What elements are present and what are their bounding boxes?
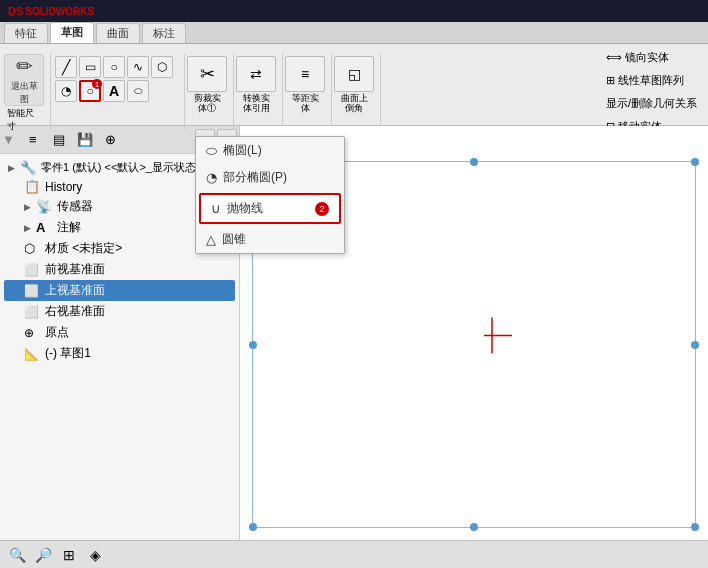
right-plane-label: 右视基准面	[45, 303, 105, 320]
tree-root-label: 零件1 (默认) <<默认>_显示状态 1>	[41, 160, 212, 175]
tree-item-right-plane[interactable]: ⬜ 右视基准面	[4, 301, 235, 322]
show-relations-button[interactable]: 显示/删除几何关系	[599, 93, 704, 114]
line-button[interactable]: ╱	[55, 56, 77, 78]
menu-item-parabola[interactable]: ∪ 抛物线 2	[199, 193, 341, 224]
annotation-label: 注解	[57, 219, 81, 236]
text-button[interactable]: A	[103, 80, 125, 102]
polygon-button[interactable]: ⬡	[151, 56, 173, 78]
target-view-button[interactable]: ⊕	[99, 129, 123, 151]
surface-button[interactable]: ◱	[334, 56, 374, 92]
trim-label: 剪裁实体①	[194, 94, 221, 114]
ellipse-dropdown-button[interactable]: ○ 1	[79, 80, 101, 102]
zoom-in-button[interactable]: 🔎	[32, 544, 54, 566]
view-orient-button[interactable]: ⊞	[58, 544, 80, 566]
menu-item-ellipse[interactable]: ⬭ 椭圆(L)	[196, 137, 344, 164]
pattern-label: 线性草图阵列	[618, 73, 684, 88]
filter-icon: ▼	[2, 132, 15, 147]
tree-item-front-plane[interactable]: ⬜ 前视基准面	[4, 259, 235, 280]
trim-button[interactable]: ✂	[187, 56, 227, 92]
arc-button[interactable]: ◔	[55, 80, 77, 102]
handle-bottom-left	[249, 523, 257, 531]
top-plane-icon: ⬜	[24, 284, 42, 298]
partial-ellipse-icon: ◔	[206, 170, 217, 185]
tree-root-icon: 🔧	[20, 160, 38, 175]
handle-bottom-center	[470, 523, 478, 531]
titlebar: DS SOLIDWORKS	[0, 0, 708, 22]
material-icon: ⬡	[24, 241, 42, 256]
zoom-to-fit-button[interactable]: 🔍	[6, 544, 28, 566]
convert-label: 转换实体引用	[243, 94, 270, 114]
origin-label: 原点	[45, 324, 69, 341]
annotation-icon: A	[36, 220, 54, 235]
offset-label: 等距实体	[292, 94, 319, 114]
ds-text: DS	[8, 5, 23, 17]
parabola-label: 抛物线	[227, 200, 263, 217]
exit-sketch-icon: ✏	[16, 54, 33, 78]
main-area: ▼ ≡ ▤ 💾 ⊕ ◀ ▶ ▶ 🔧 零件1 (默认) <<默认>_显示状态 1>…	[0, 126, 708, 540]
sketch1-label: (-) 草图1	[45, 345, 91, 362]
sensor-label: 传感器	[57, 198, 93, 215]
sensor-icon: 📡	[36, 199, 54, 214]
parabola-badge: 2	[315, 202, 329, 216]
sw-text: SOLIDWORKS	[25, 6, 94, 17]
ellipse-menu-label: 椭圆(L)	[223, 142, 262, 159]
menu-item-partial-ellipse[interactable]: ◔ 部分椭圆(P)	[196, 164, 344, 191]
tab-surface[interactable]: 曲面	[96, 23, 140, 43]
menu-item-conic[interactable]: △ 圆锥	[196, 226, 344, 253]
smart-dim-label: 智能尺寸	[7, 107, 41, 133]
tab-annotation[interactable]: 标注	[142, 23, 186, 43]
conic-label: 圆锥	[222, 231, 246, 248]
pattern-button[interactable]: ⊞ 线性草图阵列	[599, 70, 704, 91]
origin-icon: ⊕	[24, 326, 42, 340]
rect-button[interactable]: ▭	[79, 56, 101, 78]
slot-button[interactable]: ⬭	[127, 80, 149, 102]
offset-button[interactable]: ≡	[285, 56, 325, 92]
handle-top-center	[470, 158, 478, 166]
mirror-button[interactable]: ⟺ 镜向实体	[599, 47, 704, 68]
right-plane-icon: ⬜	[24, 305, 42, 319]
mirror-label: 镜向实体	[625, 50, 669, 65]
surface-label: 曲面上倒角	[341, 94, 368, 114]
material-label: 材质 <未指定>	[45, 240, 122, 257]
toolbar-group-offset: ≡ 等距实体	[285, 54, 332, 130]
tab-feature[interactable]: 特征	[4, 23, 48, 43]
handle-top-right	[691, 158, 699, 166]
spline-button[interactable]: ∿	[127, 56, 149, 78]
convert-button[interactable]: ⇄	[236, 56, 276, 92]
toolbar-group-main: ✏ 退出草图 智能尺寸	[4, 54, 51, 130]
dropdown-menu: ⬭ 椭圆(L) ◔ 部分椭圆(P) ∪ 抛物线 2 △ 圆锥	[195, 136, 345, 254]
handle-mid-right	[691, 341, 699, 349]
ellipse-menu-icon: ⬭	[206, 143, 217, 159]
mirror-icon: ⟺	[606, 51, 622, 64]
save-view-button[interactable]: 💾	[73, 129, 97, 151]
history-label: History	[45, 180, 82, 194]
tab-sketch[interactable]: 草图	[50, 22, 94, 43]
tree-root-arrow: ▶	[8, 163, 20, 173]
top-plane-label: 上视基准面	[45, 282, 105, 299]
exit-sketch-label: 退出草图	[11, 80, 38, 106]
sensor-arrow: ▶	[24, 202, 36, 212]
handle-mid-left	[249, 341, 257, 349]
bottom-toolbar: 🔍 🔎 ⊞ ◈	[0, 540, 708, 568]
tree-item-origin[interactable]: ⊕ 原点	[4, 322, 235, 343]
tree-view-button[interactable]: ▤	[47, 129, 71, 151]
tree-item-sketch1[interactable]: 📐 (-) 草图1	[4, 343, 235, 364]
toolbar-group-edit: ✂ 剪裁实体①	[187, 54, 234, 130]
front-plane-label: 前视基准面	[45, 261, 105, 278]
tree-item-top-plane[interactable]: ⬜ 上视基准面	[4, 280, 235, 301]
ellipse-badge: 1	[92, 79, 102, 89]
toolbar-group-convert: ⇄ 转换实体引用	[236, 54, 283, 130]
exit-sketch-button[interactable]: ✏ 退出草图	[4, 54, 44, 106]
relations-label: 显示/删除几何关系	[606, 96, 697, 111]
partial-ellipse-label: 部分椭圆(P)	[223, 169, 287, 186]
front-plane-icon: ⬜	[24, 263, 42, 277]
toolbar-group-shapes: ╱ ▭ ○ ∿ ⬡ ◔ ○ 1 A ⬭	[55, 54, 185, 130]
circle-button[interactable]: ○	[103, 56, 125, 78]
toolbar-group-surface: ◱ 曲面上倒角	[334, 54, 381, 130]
annotation-arrow: ▶	[24, 223, 36, 233]
pattern-icon: ⊞	[606, 74, 615, 87]
smart-dim-button[interactable]: 智能尺寸	[6, 110, 42, 130]
solidworks-logo: DS SOLIDWORKS	[8, 5, 94, 17]
toolbar-group-right: ⟺ 镜向实体 ⊞ 线性草图阵列 显示/删除几何关系 ⊡ 移动实体	[599, 47, 704, 137]
display-mode-button[interactable]: ◈	[84, 544, 106, 566]
